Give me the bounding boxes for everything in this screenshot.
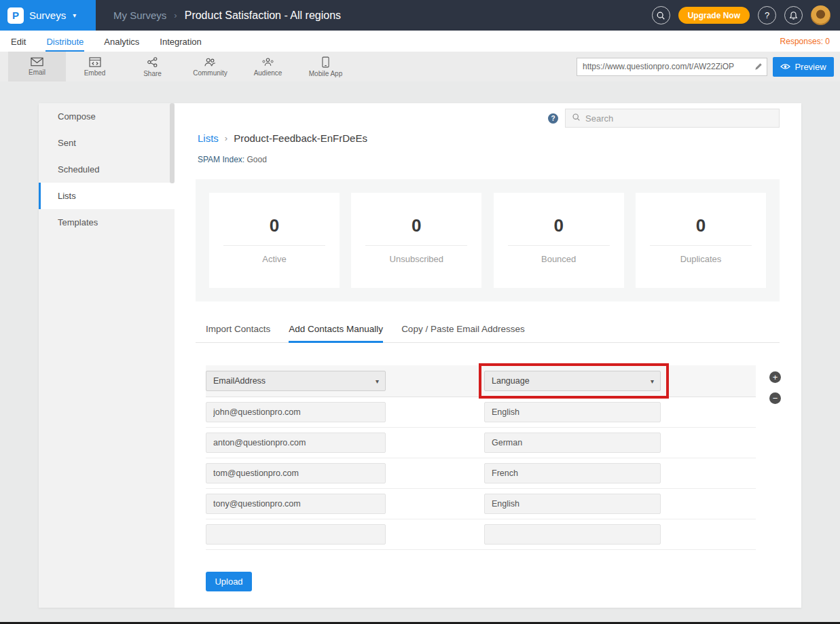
divider [508, 245, 610, 246]
toolbar-item-embed[interactable]: Embed [66, 52, 124, 81]
language-input[interactable] [484, 494, 661, 514]
search-input[interactable] [585, 113, 773, 124]
tab-add-contacts-manually[interactable]: Add Contacts Manually [289, 324, 383, 343]
toolbar-item-label: Mobile App [309, 70, 342, 77]
divider [365, 245, 467, 246]
email-column-select-value: EmailAddress [213, 376, 266, 386]
sidebar-item-compose[interactable]: Compose [39, 103, 175, 130]
language-input[interactable] [484, 402, 661, 422]
tab-edit[interactable]: Edit [10, 32, 26, 52]
mobile-app-icon [322, 56, 329, 68]
stat-label: Bounced [541, 254, 576, 264]
table-header-row: EmailAddress ▾ Language ▾ [206, 365, 756, 397]
divider [223, 245, 325, 246]
sidebar-item-sent[interactable]: Sent [39, 130, 175, 156]
avatar[interactable] [811, 5, 830, 25]
stat-card-duplicates[interactable]: 0 Duplicates [636, 193, 766, 288]
stat-card-active[interactable]: 0 Active [209, 193, 340, 288]
preview-button[interactable]: Preview [773, 57, 834, 77]
edit-url-pencil-icon[interactable] [750, 58, 767, 75]
questionpro-app: P Surveys ▾ My Surveys › Product Satisfa… [0, 0, 840, 624]
breadcrumb: My Surveys › Product Satisfaction - All … [113, 10, 341, 22]
remove-row-button[interactable]: − [769, 392, 781, 404]
stat-label: Unsubscribed [390, 254, 444, 264]
lists-content: ? Lists › Product-Feedback-EnFrDeEs SPAM… [175, 103, 801, 608]
top-header: P Surveys ▾ My Surveys › Product Satisfa… [0, 0, 840, 31]
toolbar-item-label: Audience [254, 69, 282, 77]
toolbar-item-community[interactable]: Community [181, 52, 239, 81]
stat-card-bounced[interactable]: 0 Bounced [494, 193, 624, 288]
breadcrumb-my-surveys[interactable]: My Surveys [113, 10, 166, 21]
language-input[interactable] [484, 524, 661, 545]
table-row [206, 519, 756, 550]
spam-index-value: Good [246, 155, 266, 164]
toolbar-item-mobile-app[interactable]: Mobile App [297, 52, 354, 81]
sidebar-scrollbar[interactable] [170, 103, 175, 183]
upload-button[interactable]: Upload [206, 572, 252, 591]
distribute-toolbar: Email Embed Share Community Audience [0, 52, 840, 81]
share-icon [147, 56, 158, 68]
toolbar-item-email[interactable]: Email [8, 52, 66, 81]
chevron-down-icon: ▾ [73, 12, 76, 19]
language-column-select-value: Language [492, 376, 530, 386]
language-input[interactable] [484, 463, 661, 483]
stat-label: Active [262, 254, 286, 264]
contacts-tabs: Import Contacts Add Contacts Manually Co… [196, 324, 780, 343]
help-icon[interactable]: ? [758, 6, 776, 24]
email-input[interactable] [206, 494, 386, 514]
divider [650, 245, 752, 246]
stat-value: 0 [553, 215, 563, 236]
contextual-help-icon[interactable]: ? [548, 113, 558, 124]
header-actions: Upgrade Now ? [652, 5, 840, 25]
stat-label: Duplicates [680, 254, 722, 264]
chevron-down-icon: ▾ [376, 378, 379, 385]
survey-nav: Edit Distribute Analytics Integration Re… [0, 31, 840, 52]
list-search-field [565, 109, 780, 128]
stat-value: 0 [412, 215, 421, 236]
email-input[interactable] [206, 402, 386, 422]
email-column-select[interactable]: EmailAddress ▾ [206, 371, 386, 391]
email-input[interactable] [206, 433, 386, 453]
add-row-button[interactable]: + [769, 371, 781, 383]
language-input[interactable] [484, 433, 661, 453]
stat-value: 0 [270, 215, 279, 236]
notifications-bell-icon[interactable] [784, 6, 803, 24]
tab-integration[interactable]: Integration [159, 32, 202, 52]
sidebar-item-templates[interactable]: Templates [39, 209, 175, 236]
survey-url-input[interactable] [577, 62, 750, 71]
stat-card-unsubscribed[interactable]: 0 Unsubscribed [351, 193, 481, 288]
table-row [206, 458, 756, 489]
spam-index: SPAM Index: Good [198, 155, 801, 164]
page-title: Product Satisfaction - All regions [185, 10, 341, 22]
embed-icon [89, 57, 101, 67]
surveys-menu[interactable]: P Surveys ▾ [0, 0, 96, 31]
row-controls: + − [769, 371, 781, 404]
breadcrumb-chevron-icon: › [225, 133, 227, 143]
list-name: Product-Feedback-EnFrDeEs [234, 132, 367, 144]
table-row [206, 397, 756, 428]
upgrade-button[interactable]: Upgrade Now [678, 7, 750, 24]
search-icon[interactable] [652, 6, 670, 24]
sidebar-item-scheduled[interactable]: Scheduled [39, 156, 175, 183]
email-input[interactable] [206, 463, 386, 483]
tab-copy-paste-email-addresses[interactable]: Copy / Paste Email Addresses [401, 324, 525, 343]
tab-distribute[interactable]: Distribute [45, 32, 84, 52]
stat-value: 0 [696, 215, 706, 236]
toolbar-item-label: Share [143, 70, 162, 77]
sidebar-item-lists[interactable]: Lists [39, 183, 175, 209]
breadcrumb-lists-link[interactable]: Lists [198, 132, 219, 144]
table-row [206, 489, 756, 519]
questionpro-logo-icon: P [7, 7, 24, 24]
toolbar-item-audience[interactable]: Audience [239, 52, 297, 81]
language-column-select[interactable]: Language ▾ [484, 371, 661, 391]
tab-analytics[interactable]: Analytics [103, 32, 140, 52]
tab-import-contacts[interactable]: Import Contacts [206, 324, 270, 343]
chevron-down-icon: ▾ [651, 378, 654, 385]
responses-count: Responses: 0 [780, 37, 830, 52]
surveys-menu-label: Surveys [29, 10, 66, 21]
community-icon [204, 57, 217, 67]
search-magnifier-icon [572, 112, 581, 124]
workspace: Compose Sent Scheduled Lists Templates ? [0, 81, 840, 624]
email-input[interactable] [206, 524, 386, 545]
toolbar-item-share[interactable]: Share [124, 52, 181, 81]
